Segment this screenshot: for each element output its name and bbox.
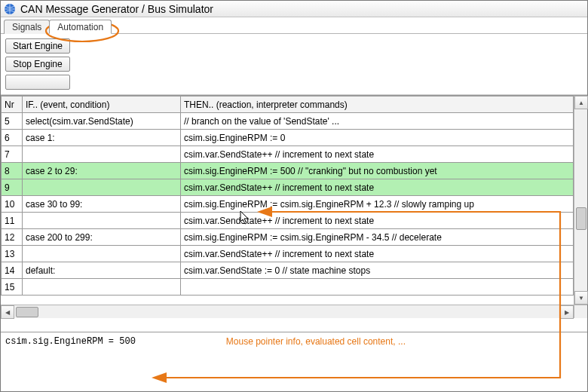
cell-nr[interactable]: 6 [2,130,23,146]
cell-if[interactable] [23,213,181,229]
table-row[interactable]: 12case 200 to 299:csim.sig.EngineRPM := … [2,229,574,246]
grid-header-row: Nr IF.. (event, condition) THEN.. (react… [2,96,574,113]
horizontal-scrollbar[interactable]: ◀ ▶ [1,305,574,318]
cell-if[interactable]: default: [23,262,181,279]
table-row[interactable]: 15 [2,279,574,296]
scroll-up-arrow-icon[interactable]: ▲ [574,96,588,109]
cell-then[interactable]: csim.sig.EngineRPM := csim.sig.EngineRPM… [181,229,574,246]
cell-if[interactable]: case 30 to 99: [23,196,181,213]
toolbar: Start Engine Stop Engine . [1,34,587,95]
cell-then[interactable]: csim.var.SendState++ // increment to nex… [181,146,574,163]
table-row[interactable]: 9csim.var.SendState++ // increment to ne… [2,179,574,196]
table-row[interactable]: 13csim.var.SendState++ // increment to n… [2,246,574,262]
col-header-if[interactable]: IF.. (event, condition) [23,96,181,113]
table-row[interactable]: 11csim.var.SendState++ // increment to n… [2,213,574,229]
table-row[interactable]: 8case 2 to 29:csim.sig.EngineRPM := 500 … [2,163,574,179]
cell-nr[interactable]: 9 [2,179,23,196]
cell-nr[interactable]: 15 [2,279,23,296]
col-header-then[interactable]: THEN.. (reaction, interpreter commands) [181,96,574,113]
cell-then[interactable]: csim.sig.EngineRPM := 0 [181,130,574,146]
svg-marker-3 [152,372,167,383]
col-header-nr[interactable]: Nr [2,96,23,113]
cell-if[interactable]: case 200 to 299: [23,229,181,246]
cell-if[interactable] [23,279,181,296]
cell-if[interactable]: case 2 to 29: [23,163,181,179]
cell-then[interactable]: csim.var.SendState++ // increment to nex… [181,246,574,262]
cell-then[interactable]: // branch on the value of 'SendState' ..… [181,113,574,130]
cell-then[interactable]: csim.sig.EngineRPM := 500 // "cranking" … [181,163,574,179]
cell-nr[interactable]: 8 [2,163,23,179]
tab-automation[interactable]: Automation [49,20,112,34]
cell-nr[interactable]: 11 [2,213,23,229]
cell-nr[interactable]: 7 [2,146,23,163]
cell-then[interactable] [181,279,574,296]
app-globe-icon [4,3,16,15]
stop-engine-button[interactable]: Stop Engine [5,57,70,72]
cell-nr[interactable]: 13 [2,246,23,262]
vertical-scrollbar[interactable]: ▲ ▼ [574,96,587,305]
status-text: csim.sig.EngineRPM = 500 [5,336,136,347]
tab-signals[interactable]: Signals [4,20,50,34]
title-bar: CAN Message Generator / Bus Simulator [1,1,587,17]
cell-nr[interactable]: 12 [2,229,23,246]
scrollbar-corner [574,305,587,318]
cell-if[interactable] [23,179,181,196]
table-row[interactable]: 14default:csim.var.SendState := 0 // sta… [2,262,574,279]
cell-nr[interactable]: 5 [2,113,23,130]
start-engine-button[interactable]: Start Engine [5,38,70,54]
table-row[interactable]: 6case 1:csim.sig.EngineRPM := 0 [2,130,574,146]
cell-nr[interactable]: 10 [2,196,23,213]
status-hint-annotation: Mouse pointer info, evaluated cell conte… [226,336,406,347]
tab-row: Signals Automation [1,17,587,34]
cell-if[interactable] [23,146,181,163]
table-row[interactable]: 5select(csim.var.SendState)// branch on … [2,113,574,130]
scroll-down-arrow-icon[interactable]: ▼ [574,291,588,305]
cell-if[interactable]: select(csim.var.SendState) [23,113,181,130]
grid-scroll: Nr IF.. (event, condition) THEN.. (react… [1,96,574,305]
table-row[interactable]: 10case 30 to 99:csim.sig.EngineRPM := cs… [2,196,574,213]
cell-then[interactable]: csim.sig.EngineRPM := csim.sig.EngineRPM… [181,196,574,213]
app-window: CAN Message Generator / Bus Simulator Si… [0,0,588,392]
status-bar: csim.sig.EngineRPM = 500 Mouse pointer i… [1,332,587,350]
cell-then[interactable]: csim.var.SendState++ // increment to nex… [181,213,574,229]
cell-then[interactable]: csim.var.SendState++ // increment to nex… [181,179,574,196]
automation-grid-area: Nr IF.. (event, condition) THEN.. (react… [1,95,587,318]
table-row[interactable]: 7csim.var.SendState++ // increment to ne… [2,146,574,163]
window-title: CAN Message Generator / Bus Simulator [20,3,213,15]
hscroll-thumb[interactable] [16,307,38,317]
vscroll-thumb[interactable] [576,207,586,230]
scroll-right-arrow-icon[interactable]: ▶ [560,305,574,319]
automation-grid[interactable]: Nr IF.. (event, condition) THEN.. (react… [1,96,574,296]
cell-if[interactable] [23,246,181,262]
cell-then[interactable]: csim.var.SendState := 0 // state machine… [181,262,574,279]
empty-button[interactable]: . [5,75,70,90]
scroll-left-arrow-icon[interactable]: ◀ [1,305,14,319]
cell-nr[interactable]: 14 [2,262,23,279]
cell-if[interactable]: case 1: [23,130,181,146]
